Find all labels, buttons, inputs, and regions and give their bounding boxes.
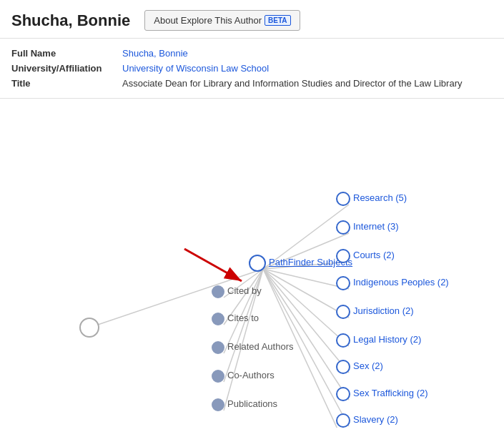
branch-node-4-circle [212,398,224,411]
explore-author-button[interactable]: About Explore This Author BETA [144,10,300,31]
subject-node-2-circle [336,249,350,263]
subject-node-5-label[interactable]: Legal History (2) [353,334,421,345]
subject-node-2-label[interactable]: Courts (2) [353,250,395,260]
subject-node-3-label[interactable]: Indigenous Peoples (2) [353,277,449,288]
subject-node-7-label[interactable]: Sex Trafficking (2) [353,388,428,398]
subject-node-8-label[interactable]: Slavery (2) [353,414,398,425]
subject-node-1-label[interactable]: Internet (3) [353,221,399,232]
branch-node-0-label: Cited by [227,285,262,296]
left-node-circle [79,318,99,338]
explore-btn-label: About Explore This Author [154,15,262,26]
branch-node-1-label: Cites to [227,313,259,323]
full-name-value: Shucha, Bonnie [122,48,188,59]
header: Shucha, Bonnie About Explore This Author… [0,0,504,39]
full-name-label: Full Name [11,48,122,59]
svg-line-17 [184,249,242,281]
affiliation-value[interactable]: University of Wisconsin Law School [122,63,269,74]
branch-node-4-label: Publications [227,398,277,409]
subject-node-0-label[interactable]: Research (5) [353,192,407,203]
info-section: Full Name Shucha, Bonnie University/Affi… [0,39,504,99]
subject-node-6-circle [336,360,350,374]
title-label: Title [11,78,122,89]
affiliation-row: University/Affiliation University of Wis… [11,61,493,76]
author-name: Shucha, Bonnie [11,11,130,30]
subject-node-6-label[interactable]: Sex (2) [353,360,383,371]
subject-node-4-circle [336,305,350,319]
beta-badge: BETA [265,15,290,26]
branch-node-3-circle [212,370,224,383]
branch-node-1-circle [212,313,224,325]
graph-area: PathFinder SubjectsCited byCites toRelat… [0,99,504,428]
branch-node-0-circle [212,285,224,298]
subject-node-7-circle [336,387,350,401]
branch-node-2-circle [212,341,224,354]
branch-node-3-label: Co-Authors [227,370,275,380]
subject-node-4-label[interactable]: Jurisdiction (2) [353,305,414,316]
center-node-circle [249,255,266,272]
full-name-row: Full Name Shucha, Bonnie [11,46,493,61]
subject-node-8-circle [336,413,350,428]
subject-node-1-circle [336,220,350,235]
affiliation-label: University/Affiliation [11,63,122,74]
title-row: Title Associate Dean for Library and Inf… [11,76,493,91]
title-value: Associate Dean for Library and Informati… [122,78,462,89]
subject-node-5-circle [336,333,350,348]
subject-node-3-circle [336,276,350,290]
branch-node-2-label: Related Authors [227,341,294,352]
subject-node-0-circle [336,192,350,206]
